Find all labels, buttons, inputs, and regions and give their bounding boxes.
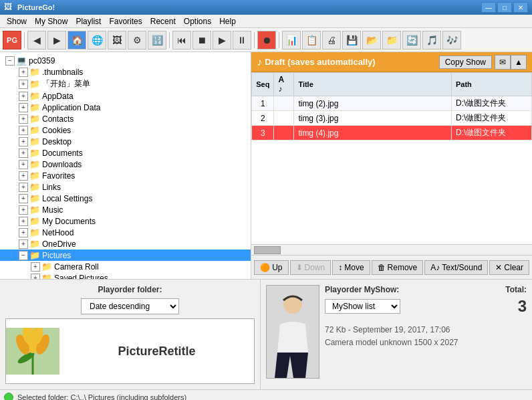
horizontal-scrollbar[interactable] (251, 244, 532, 255)
tree-item-pictures[interactable]: − 📁 Pictures (0, 249, 251, 261)
remove-button[interactable]: 🗑 Remove (372, 260, 424, 275)
close-button[interactable]: ✕ (513, 2, 528, 13)
toolbar-btn-pause[interactable]: ⏸ (233, 31, 251, 49)
col-header-seq[interactable]: Seq (252, 73, 274, 96)
tree-item-contacts[interactable]: + 📁 Contacts (0, 113, 251, 124)
tree-item-documents[interactable]: + 📁 Documents (0, 147, 251, 159)
expand-icon-music[interactable]: + (19, 205, 28, 215)
table-row[interactable]: 3 timg (4).jpg D:\做图文件夹 (252, 126, 532, 140)
playlist-controls: 🟠 Up ⬇ Down ↕ Move 🗑 Remove A♪ Text/Soun… (251, 255, 532, 279)
expand-icon-documents[interactable]: + (19, 148, 28, 158)
menu-show[interactable]: Show (3, 15, 31, 27)
tree-item-mydocuments[interactable]: + 📁 My Documents (0, 215, 251, 227)
expand-icon-thumbnails[interactable]: + (19, 68, 28, 77)
tree-item-thumbnails[interactable]: + 📁 .thumbnails (0, 66, 251, 78)
toolbar-btn-prev[interactable]: ⏮ (172, 31, 191, 49)
expand-icon-contacts[interactable]: + (19, 114, 28, 124)
up-button[interactable]: 🟠 Up (254, 260, 288, 275)
expand-icon-desktop[interactable]: + (19, 137, 28, 146)
preview-box: PictureRetitle (5, 318, 255, 384)
text-sound-button[interactable]: A♪ Text/Sound (424, 260, 488, 275)
menu-my-show[interactable]: My Show (31, 15, 72, 27)
toolbar-btn-r9[interactable]: 🎶 (442, 31, 461, 49)
expand-icon-onedrive[interactable]: + (19, 239, 28, 249)
expand-icon-appdata[interactable]: + (19, 92, 28, 101)
tree-item-localsettings[interactable]: + 📁 Local Settings (0, 193, 251, 204)
toolbar-btn-r8[interactable]: 🎵 (422, 31, 441, 49)
tree-item-start[interactable]: + 📁 「开始」菜单 (0, 78, 251, 90)
h-scroll-thumb[interactable] (254, 246, 281, 254)
expand-icon-appdata2[interactable]: + (19, 103, 28, 112)
expand-icon-localsettings[interactable]: + (19, 194, 28, 203)
toolbar-btn-w[interactable]: 🌐 (88, 31, 106, 49)
toolbar-btn-r4[interactable]: 💾 (342, 31, 361, 49)
expand-icon-root[interactable]: − (5, 56, 15, 66)
toolbar-btn-r3[interactable]: 🖨 (322, 31, 341, 49)
toolbar-btn-rec[interactable]: ⏺ (257, 31, 276, 49)
tree-item-cameraroll[interactable]: + 📁 Camera Roll (0, 261, 251, 272)
folder-icon-onedrive: 📁 (29, 239, 40, 249)
tree-item-appdata[interactable]: + 📁 AppData (0, 90, 251, 102)
table-row[interactable]: 2 timg (3).jpg D:\做图文件夹 (252, 111, 532, 126)
file-tree-scroll[interactable]: − 💻 pc0359 + 📁 .thumbnails + 📁 「开始」菜单 (0, 52, 251, 279)
toolbar-btn-home[interactable]: 🏠 (68, 31, 86, 49)
tree-item-favorites[interactable]: + 📁 Favorites (0, 170, 251, 181)
playlist-table[interactable]: Seq A ♪ Title Path 1 timg (2).jp (251, 72, 532, 244)
expand-icon-nethood[interactable]: + (19, 228, 28, 237)
menu-playlist[interactable]: Playlist (72, 15, 105, 27)
toolbar-btn-n1[interactable]: 🔢 (148, 31, 166, 49)
camera-model: Camera model unknown (325, 338, 412, 347)
copy-show-button[interactable]: Copy Show (439, 56, 492, 69)
expand-icon-mydocuments[interactable]: + (19, 217, 28, 226)
menu-options[interactable]: Options (180, 15, 215, 27)
tree-item-links[interactable]: + 📁 Links (0, 181, 251, 193)
clear-button[interactable]: ✕ Clear (489, 260, 529, 275)
tree-label-nethood: NetHood (42, 228, 74, 237)
toolbar-btn-pic[interactable]: 🖼 (108, 31, 126, 49)
toolbar-btn-r6[interactable]: 📁 (382, 31, 401, 49)
toolbar-btn-options[interactable]: ⚙ (128, 31, 146, 49)
toolbar-btn-r2[interactable]: 📋 (302, 31, 321, 49)
upload-button[interactable]: ▲ (511, 55, 527, 70)
toolbar-btn-r5[interactable]: 📂 (362, 31, 381, 49)
expand-icon-downloads[interactable]: + (19, 160, 28, 169)
expand-icon-pictures[interactable]: − (19, 251, 28, 260)
tree-item-onedrive[interactable]: + 📁 OneDrive (0, 238, 251, 249)
tree-item-desktop[interactable]: + 📁 Desktop (0, 136, 251, 147)
toolbar-btn-stop[interactable]: ⏹ (192, 31, 211, 49)
tree-root[interactable]: − 💻 pc0359 (0, 55, 251, 66)
down-button[interactable]: ⬇ Down (290, 260, 331, 275)
expand-icon-start[interactable]: + (19, 80, 28, 89)
col-header-flags[interactable]: A ♪ (274, 73, 294, 96)
move-button[interactable]: ↕ Move (332, 260, 370, 275)
cell-title-2: timg (3).jpg (294, 111, 452, 126)
table-row[interactable]: 1 timg (2).jpg D:\做图文件夹 (252, 96, 532, 111)
toolbar-separator-2 (169, 32, 170, 48)
toolbar-btn-r1[interactable]: 📊 (282, 31, 301, 49)
expand-icon-savedpictures[interactable]: + (31, 274, 40, 280)
myshow-dropdown[interactable]: MyShow list Playlist Favorites (325, 299, 400, 314)
tree-item-downloads[interactable]: + 📁 Downloads (0, 159, 251, 170)
playorder-dropdown[interactable]: Date descending Date ascending Name asce… (81, 298, 179, 314)
tree-item-appdata2[interactable]: + 📁 Application Data (0, 102, 251, 113)
email-button[interactable]: ✉ (495, 55, 511, 70)
toolbar-btn-play[interactable]: ▶ (213, 31, 231, 49)
expand-icon-cameraroll[interactable]: + (31, 262, 40, 272)
tree-item-music[interactable]: + 📁 Music (0, 204, 251, 215)
toolbar-btn-forward[interactable]: ▶ (47, 31, 66, 49)
minimize-button[interactable]: — (481, 2, 496, 13)
menu-recent[interactable]: Recent (146, 15, 180, 27)
expand-icon-links[interactable]: + (19, 183, 28, 192)
tree-item-cookies[interactable]: + 📁 Cookies (0, 124, 251, 136)
tree-item-savedpictures[interactable]: + 📁 Saved Pictures (0, 272, 251, 279)
col-header-title[interactable]: Title (294, 73, 452, 96)
expand-icon-favorites[interactable]: + (19, 171, 28, 181)
tree-item-nethood[interactable]: + 📁 NetHood (0, 227, 251, 238)
col-header-path[interactable]: Path (452, 73, 532, 96)
toolbar-btn-back[interactable]: ◀ (27, 31, 46, 49)
menu-favorites[interactable]: Favorites (105, 15, 146, 27)
maximize-button[interactable]: □ (497, 2, 512, 13)
toolbar-btn-r7[interactable]: 🔄 (402, 31, 421, 49)
menu-help[interactable]: Help (215, 15, 240, 27)
expand-icon-cookies[interactable]: + (19, 126, 28, 135)
